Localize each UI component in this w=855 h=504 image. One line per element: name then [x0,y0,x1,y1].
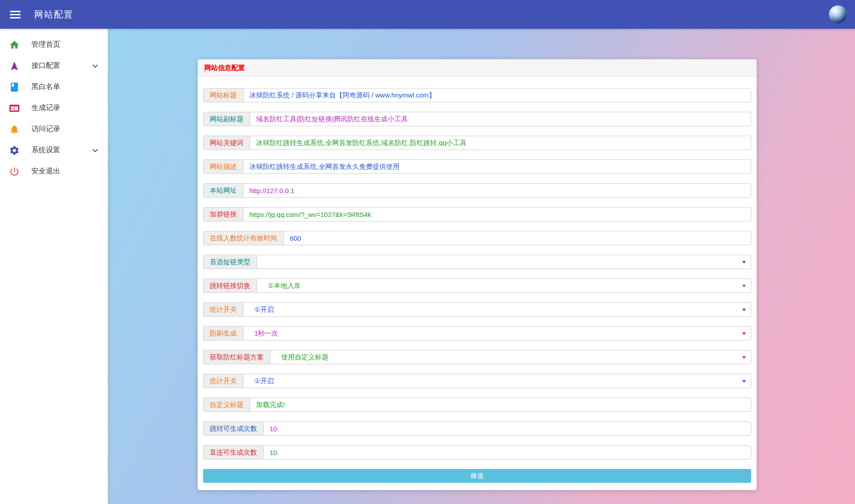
select-value: ①本地入库 [268,282,301,290]
form-row: 防刷生成 1秒一次 [203,326,751,340]
sidebar: 管理首页 接口配置 黑白名单 生成记录 [0,29,108,504]
chevron-down-icon[interactable] [90,145,101,156]
book-icon [9,82,20,93]
field-input[interactable] [250,112,751,126]
field-label: 统计开关 [203,374,243,388]
field-select[interactable]: 1秒一次 [243,326,751,340]
sidebar-item[interactable]: 访问记录 [0,119,108,140]
form-row: 统计开关 ①开启 [203,374,751,388]
config-form: 网站标题 网站副标题 网站关键词 网站描述 [198,76,757,490]
field-label: 网站关键词 [203,136,250,150]
dropdown-arrow-icon [742,332,746,335]
field-label: 本站网址 [203,183,243,198]
page-title: 网站配置 [34,9,74,21]
sidebar-item[interactable]: 安全退出 [0,161,108,182]
field-select[interactable] [257,255,751,269]
navigation-icon [9,61,20,71]
dropdown-arrow-icon [742,380,746,383]
sidebar-item-label: 管理首页 [31,40,90,49]
field-label: 跳转可生成次数 [203,421,263,436]
select-value: ①开启 [254,305,274,314]
field-label: 网站标题 [203,88,243,102]
sidebar-item[interactable]: 系统设置 [0,140,108,161]
form-row: 获取防红标题方案 使用自定义标题 [203,350,751,364]
form-row: 网站描述 [203,159,751,174]
form-row: 直连可生成次数 [203,445,751,460]
sidebar-item-label: 安全退出 [31,167,90,176]
field-input[interactable] [243,207,751,221]
dropdown-arrow-icon [742,309,746,311]
top-navbar: 网站配置 [0,0,855,29]
sidebar-item-label: 访问记录 [31,124,90,134]
field-label: 网站描述 [203,159,243,174]
form-row: 统计开关 ①开启 [203,302,751,317]
form-row: 首选短链类型 [203,255,751,269]
card-title: 网站信息配置 [198,59,757,76]
form-row: 在线人数统计有效时间 [203,231,751,245]
field-label: 统计开关 [203,302,243,317]
form-row: 自定义标题 [203,398,751,412]
field-select[interactable]: ①开启 [243,374,751,388]
field-select[interactable]: ①本地入库 [257,279,751,293]
field-input[interactable] [250,398,751,412]
field-label: 网站副标题 [203,112,250,126]
field-label: 在线人数统计有效时间 [203,231,284,245]
sidebar-item[interactable]: 生成记录 [0,97,108,119]
menu-icon[interactable] [10,9,21,20]
field-input[interactable] [243,183,751,198]
field-label: 直连可生成次数 [203,445,263,460]
sidebar-item[interactable]: 接口配置 [0,55,108,76]
list-icon [9,103,20,114]
select-value: 使用自定义标题 [281,353,328,362]
field-label: 防刷生成 [203,326,243,340]
sidebar-item[interactable]: 管理首页 [0,34,108,55]
dropdown-arrow-icon [742,356,746,359]
chevron-down-icon[interactable] [90,61,101,71]
form-row: 本站网址 [203,183,751,198]
main-content: 网站信息配置 网站标题 网站副标题 网站关键词 [108,29,855,504]
gear-icon [9,145,20,156]
dropdown-arrow-icon [742,285,746,287]
bell-icon [9,124,20,135]
field-label: 跳转链接切换 [203,279,257,293]
power-icon [9,166,20,177]
field-select[interactable]: ①开启 [243,302,751,317]
field-input[interactable] [243,159,751,174]
field-label: 加群链接 [203,207,243,221]
sidebar-item-label: 生成记录 [31,103,90,113]
form-row: 网站标题 [203,88,751,102]
field-label: 自定义标题 [203,398,250,412]
save-button[interactable]: 修改 [203,469,751,483]
field-label: 首选短链类型 [203,255,257,269]
sidebar-item[interactable]: 黑白名单 [0,76,108,97]
field-input[interactable] [263,421,751,436]
field-label: 获取防红标题方案 [203,350,270,364]
form-row: 跳转链接切换 ①本地入库 [203,279,751,293]
select-value: ①开启 [254,377,274,385]
field-input[interactable] [263,445,751,460]
sidebar-item-label: 黑白名单 [31,82,90,92]
select-value: 1秒一次 [254,329,278,338]
field-select[interactable]: 使用自定义标题 [270,350,751,364]
form-row: 跳转可生成次数 [203,421,751,436]
form-row: 网站关键词 [203,136,751,150]
field-input[interactable] [250,136,751,150]
user-avatar[interactable] [829,5,847,23]
form-row: 加群链接 [203,207,751,221]
field-input[interactable] [243,88,751,102]
home-icon [9,40,20,50]
dropdown-arrow-icon [742,261,746,264]
site-config-card: 网站信息配置 网站标题 网站副标题 网站关键词 [198,59,757,490]
field-input[interactable] [284,231,751,245]
form-row: 网站副标题 [203,112,751,126]
sidebar-item-label: 接口配置 [31,61,90,71]
sidebar-item-label: 系统设置 [31,146,90,155]
